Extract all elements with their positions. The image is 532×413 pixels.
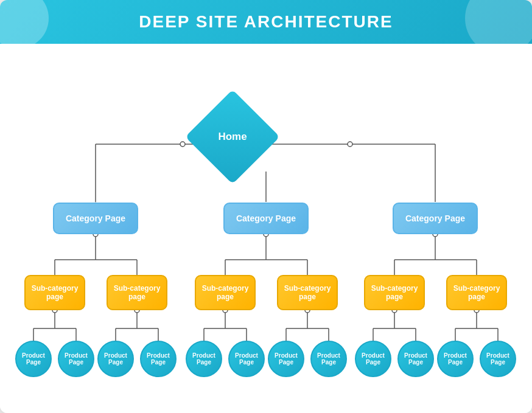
header-decoration-right — [465, 0, 532, 44]
product-4: Product Page — [186, 341, 222, 377]
product-8-label: Product Page — [356, 352, 390, 366]
category-center-label: Category Page — [236, 213, 296, 223]
category-center: Category Page — [223, 203, 309, 234]
product-9: Product Page — [397, 341, 434, 377]
home-diamond: Home — [185, 89, 280, 184]
category-right: Category Page — [393, 203, 478, 234]
diagram-area: Home Category Page Category Page Categor… — [0, 44, 532, 413]
product-10: Product Page — [437, 341, 474, 377]
product-1-label: Product Page — [59, 352, 93, 366]
product-6-label: Product Page — [269, 352, 303, 366]
subcategory-4: Sub-category page — [364, 275, 425, 310]
home-node: Home — [199, 103, 266, 170]
product-2-label: Product Page — [99, 352, 133, 366]
subcategory-4-label: Sub-category page — [365, 284, 424, 301]
product-5-label: Product Page — [229, 352, 264, 366]
product-6: Product Page — [268, 341, 304, 377]
subcategory-2: Sub-category page — [195, 275, 256, 310]
subcategory-0: Sub-category page — [24, 275, 85, 310]
product-9-label: Product Page — [399, 352, 433, 366]
product-4-label: Product Page — [187, 352, 221, 366]
svg-point-6 — [180, 142, 185, 147]
product-10-label: Product Page — [438, 352, 472, 366]
header-decoration-left — [0, 0, 49, 44]
subcategory-2-label: Sub-category page — [196, 284, 254, 301]
svg-point-7 — [348, 142, 352, 147]
subcategory-3: Sub-category page — [277, 275, 338, 310]
product-5: Product Page — [228, 341, 265, 377]
subcategory-1-label: Sub-category page — [108, 284, 166, 301]
subcategory-0-label: Sub-category page — [26, 284, 84, 301]
page-title: DEEP SITE ARCHITECTURE — [139, 12, 393, 32]
subcategory-3-label: Sub-category page — [278, 284, 337, 301]
product-2: Product Page — [97, 341, 134, 377]
diagram-container: DEEP SITE ARCHITECTURE — [0, 0, 532, 413]
category-left-label: Category Page — [66, 213, 125, 223]
subcategory-1: Sub-category page — [107, 275, 167, 310]
subcategory-5-label: Sub-category page — [447, 284, 506, 301]
product-11: Product Page — [480, 341, 516, 377]
category-right-label: Category Page — [405, 213, 465, 223]
product-11-label: Product Page — [481, 352, 515, 366]
product-3-label: Product Page — [141, 352, 175, 366]
subcategory-5: Sub-category page — [446, 275, 507, 310]
product-7: Product Page — [310, 341, 347, 377]
header: DEEP SITE ARCHITECTURE — [0, 0, 532, 44]
product-7-label: Product Page — [312, 352, 346, 366]
product-0-label: Product Page — [16, 352, 51, 366]
product-1: Product Page — [58, 341, 94, 377]
product-3: Product Page — [140, 341, 177, 377]
product-0: Product Page — [15, 341, 52, 377]
category-left: Category Page — [53, 203, 138, 234]
home-label: Home — [218, 131, 247, 143]
product-8: Product Page — [355, 341, 391, 377]
